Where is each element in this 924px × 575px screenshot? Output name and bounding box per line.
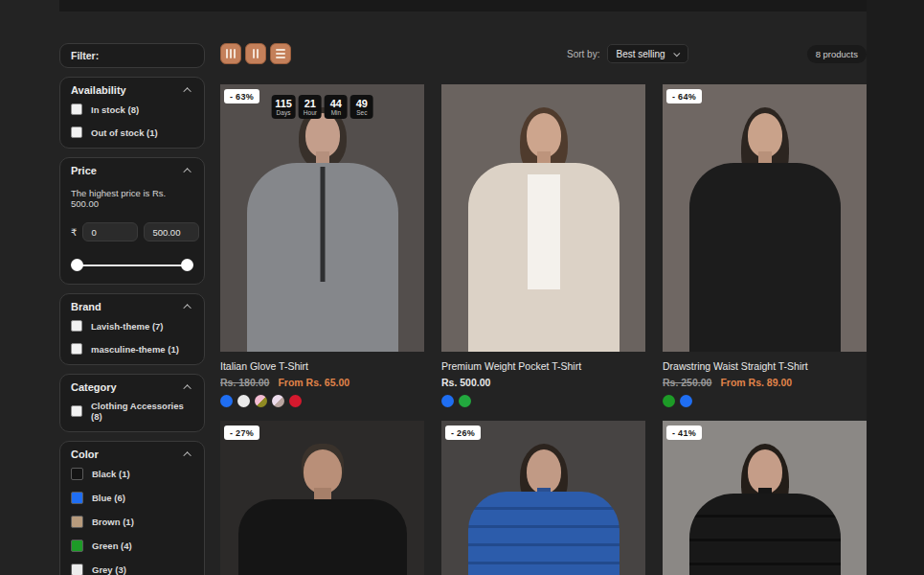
product-listing: Sort by: Best selling 8 products - 63% 1… <box>220 43 867 575</box>
discount-badge: - 63% <box>224 89 259 104</box>
price-row: Rs. 180.00 From Rs. 65.00 <box>220 377 424 388</box>
availability-options: In stock (8) Out of stock (1) <box>60 102 204 148</box>
filter-option-masculine-theme[interactable]: masculine-theme (1) <box>71 343 193 355</box>
product-swatch[interactable] <box>255 395 267 407</box>
swatch-row <box>441 395 645 407</box>
chevron-up-icon <box>183 384 191 392</box>
slider-track <box>73 264 192 266</box>
grid-3-view-button[interactable] <box>220 43 241 64</box>
grid-2-view-button[interactable] <box>245 43 266 64</box>
brand-options: Lavish-theme (7) masculine-theme (1) <box>60 318 204 364</box>
right-background-band <box>867 0 924 575</box>
chevron-up-icon <box>183 451 191 459</box>
color-swatch-grey[interactable] <box>71 564 83 575</box>
product-title[interactable]: Drawstring Waist Straight T-Shirt <box>663 360 867 373</box>
availability-header[interactable]: Availability <box>60 78 204 102</box>
color-swatch-green[interactable] <box>71 540 83 552</box>
price-max-input[interactable] <box>144 222 199 242</box>
brand-header[interactable]: Brand <box>60 294 204 318</box>
color-swatch-blue[interactable] <box>71 492 83 504</box>
filter-option-grey[interactable]: Grey (3) <box>71 564 193 575</box>
product-swatch[interactable] <box>220 395 233 407</box>
slider-handle-min[interactable] <box>71 259 83 271</box>
category-header[interactable]: Category <box>60 375 204 399</box>
model-photo <box>237 444 409 575</box>
option-label: Out of stock (1) <box>91 127 158 138</box>
discount-badge: - 26% <box>445 426 481 440</box>
countdown-timer: 115 Days 21 Hour 44 Min 49 <box>271 95 373 119</box>
list-icon <box>276 49 285 58</box>
product-swatch[interactable] <box>459 395 471 407</box>
sort-select[interactable]: Best selling <box>607 44 687 63</box>
price-header[interactable]: Price <box>60 158 204 182</box>
product-image[interactable] <box>441 84 645 352</box>
filter-option-blue[interactable]: Blue (6) <box>71 492 193 504</box>
model-photo <box>679 107 851 352</box>
discount-badge: - 27% <box>224 426 259 440</box>
option-label: Grey (3) <box>92 564 126 575</box>
availability-panel: Availability In stock (8) Out of stock (… <box>59 77 205 149</box>
filter-option-brown[interactable]: Brown (1) <box>71 516 193 528</box>
chevron-up-icon <box>183 168 191 175</box>
discount-badge: - 41% <box>666 426 702 440</box>
slider-handle-max[interactable] <box>181 259 193 271</box>
product-swatch[interactable] <box>663 395 675 407</box>
model-photo <box>237 107 409 352</box>
countdown-days: 115 Days <box>271 95 296 119</box>
option-label: In stock (8) <box>91 104 139 115</box>
sort-selected-value: Best selling <box>616 49 665 59</box>
product-swatch[interactable] <box>272 395 284 407</box>
countdown-hours: 21 Hour <box>299 95 322 119</box>
price-inputs: ₹ <box>71 222 193 242</box>
filter-option-lavish-theme[interactable]: Lavish-theme (7) <box>71 320 193 332</box>
product-card: - 63% 115 Days 21 Hour 44 Min <box>220 84 424 407</box>
product-grid: - 63% 115 Days 21 Hour 44 Min <box>220 84 867 575</box>
chevron-up-icon <box>183 87 191 95</box>
checkbox[interactable] <box>71 343 82 355</box>
filter-option-out-of-stock[interactable]: Out of stock (1) <box>71 126 193 138</box>
category-panel: Category Clothing Accessories (8) <box>59 374 205 432</box>
color-panel: Color Black (1) Blue (6) Brown (1) <box>59 441 205 575</box>
chevron-up-icon <box>183 304 191 311</box>
product-card: - 27% <box>220 421 424 575</box>
product-swatch[interactable] <box>237 395 250 407</box>
checkbox[interactable] <box>71 126 82 138</box>
product-title[interactable]: Premium Weight Pocket T-Shirt <box>441 360 645 373</box>
sale-price: From Rs. 89.00 <box>720 377 792 388</box>
filter-heading: Filter: <box>59 43 205 68</box>
color-swatch-brown[interactable] <box>71 516 83 528</box>
filter-option-black[interactable]: Black (1) <box>71 468 193 480</box>
color-swatch-black[interactable] <box>71 468 83 480</box>
product-swatch[interactable] <box>441 395 454 407</box>
checkbox[interactable] <box>71 405 82 417</box>
filter-option-clothing-accessories[interactable]: Clothing Accessories (8) <box>71 401 193 422</box>
product-image[interactable]: - 27% <box>220 421 424 575</box>
price: Rs. 500.00 <box>441 377 490 388</box>
product-title[interactable]: Italian Glove T-Shirt <box>220 360 424 373</box>
checkbox[interactable] <box>71 320 82 332</box>
list-view-button[interactable] <box>270 43 291 64</box>
product-image[interactable]: - 63% 115 Days 21 Hour 44 Min <box>220 84 424 352</box>
header-strip <box>59 0 924 12</box>
product-swatch[interactable] <box>680 395 692 407</box>
price-body: The highest price is Rs. 500.00 ₹ <box>60 182 204 284</box>
category-title: Category <box>71 381 117 393</box>
product-image[interactable]: - 41% <box>663 421 867 575</box>
product-image[interactable]: - 64% <box>663 84 867 352</box>
filter-option-in-stock[interactable]: In stock (8) <box>71 104 193 115</box>
filter-heading-label: Filter: <box>71 50 99 61</box>
brand-title: Brand <box>71 301 101 312</box>
product-card: Premium Weight Pocket T-Shirt Rs. 500.00 <box>441 84 645 407</box>
option-label: Lavish-theme (7) <box>91 321 164 332</box>
price-min-input[interactable] <box>82 222 138 242</box>
countdown-minutes: 44 Min <box>325 95 348 119</box>
model-photo <box>458 444 630 575</box>
product-swatch[interactable] <box>289 395 302 407</box>
price-range-slider[interactable] <box>73 259 192 272</box>
sale-price: From Rs. 65.00 <box>278 377 349 388</box>
checkbox[interactable] <box>71 104 82 115</box>
filter-option-green[interactable]: Green (4) <box>71 540 193 552</box>
color-header[interactable]: Color <box>60 442 204 466</box>
chevron-down-icon <box>673 50 680 57</box>
product-image[interactable]: - 26% <box>441 421 645 575</box>
